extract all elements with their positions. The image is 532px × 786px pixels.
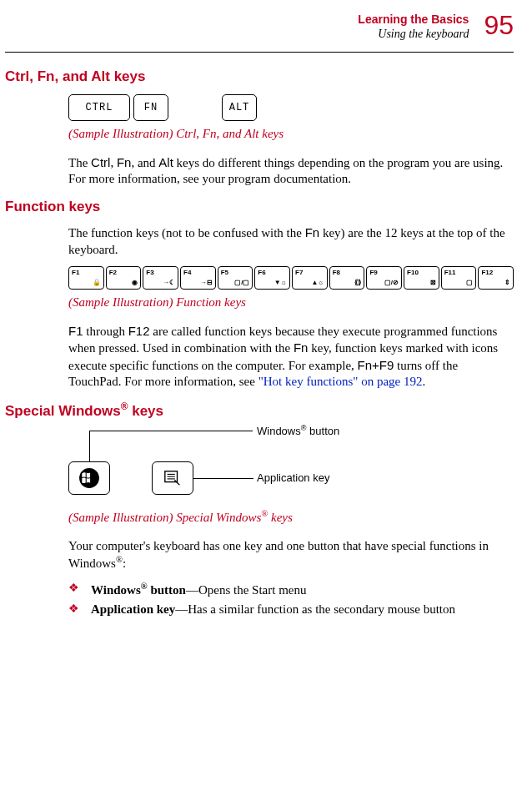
callout-line xyxy=(193,478,253,479)
key-f4: F4→⊟ xyxy=(180,266,216,290)
wireless-icon: ⟪⟫ xyxy=(354,279,361,287)
key-f12: F12⇕ xyxy=(478,266,514,290)
bullet-icon: ❖ xyxy=(68,602,79,618)
page-header: Learning the Basics Using the keyboard 9… xyxy=(5,12,514,42)
para-windows-intro: Your computer's keyboard has one key and… xyxy=(68,538,514,572)
header-divider xyxy=(5,52,514,53)
power-icon: ◉ xyxy=(132,279,138,287)
key-f5: F5▢/▢ xyxy=(218,266,253,290)
key-f3: F3→☾ xyxy=(143,266,178,290)
para-function-intro: The function keys (not to be confused wi… xyxy=(68,224,514,258)
brightness-up-icon: ▲☼ xyxy=(311,279,324,287)
list-item: ❖ Windows® button—Opens the Start menu xyxy=(68,581,514,599)
header-text: Learning the Basics Using the keyboard xyxy=(358,12,469,42)
brightness-down-icon: ▼☼ xyxy=(274,279,287,287)
section-subtitle: Using the keyboard xyxy=(358,27,469,42)
sleep-icon: →☾ xyxy=(163,279,175,287)
scroll-icon: ⇕ xyxy=(504,279,510,287)
para-function-desc: F1 through F12 are called function keys … xyxy=(68,323,514,390)
callout-windows-button: Windows® button xyxy=(257,424,339,439)
heading-function-keys: Function keys xyxy=(5,198,514,216)
key-f11: F11▢ xyxy=(441,266,477,290)
chapter-title: Learning the Basics xyxy=(358,12,469,27)
key-f9: F9▢/⊘ xyxy=(366,266,402,290)
callout-application-key: Application key xyxy=(257,471,329,486)
windows-logo-icon xyxy=(78,467,100,489)
numlock-icon: ▢ xyxy=(466,279,473,287)
ctrl-fn-alt-illustration: CTRL FN ALT xyxy=(68,94,514,121)
para-ctrl-fn-alt: The Ctrl, Fn, and Alt keys do different … xyxy=(68,154,514,188)
display-icon: ▢/▢ xyxy=(234,279,249,287)
key-application xyxy=(152,461,193,495)
heading-special-windows: Special Windows® keys xyxy=(5,401,514,421)
key-windows xyxy=(68,461,110,495)
key-ctrl: CTRL xyxy=(68,94,130,121)
hotkey-link[interactable]: "Hot key functions" on page 192 xyxy=(258,375,423,388)
key-f10: F10⊠ xyxy=(404,266,439,290)
bullet-icon: ❖ xyxy=(68,581,79,599)
callout-line xyxy=(89,431,90,461)
caption-windows-keys: (Sample Illustration) Special Windows® k… xyxy=(68,508,514,527)
cursor-icon: ⊠ xyxy=(430,279,436,287)
key-f7: F7▲☼ xyxy=(292,266,328,290)
key-alt: ALT xyxy=(222,94,257,121)
function-keys-illustration: F1🔒 F2◉ F3→☾ F4→⊟ F5▢/▢ F6▼☼ F7▲☼ F8⟪⟫ F… xyxy=(68,266,514,290)
caption-function-keys: (Sample Illustration) Function keys xyxy=(68,295,514,311)
key-fn: FN xyxy=(133,94,168,121)
list-item: ❖ Application key—Has a similar function… xyxy=(68,602,514,618)
touchpad-icon: ▢/⊘ xyxy=(384,279,399,287)
caption-ctrl-fn-alt: (Sample Illustration) Ctrl, Fn, and Alt … xyxy=(68,126,514,143)
key-f1: F1🔒 xyxy=(68,266,104,290)
hibernate-icon: →⊟ xyxy=(200,279,213,287)
heading-ctrl-fn-alt: Ctrl, Fn, and Alt keys xyxy=(5,68,514,86)
page-number: 95 xyxy=(484,12,514,38)
key-f8: F8⟪⟫ xyxy=(329,266,365,290)
application-menu-icon xyxy=(163,469,182,487)
windows-keys-list: ❖ Windows® button—Opens the Start menu ❖… xyxy=(68,581,514,618)
callout-line xyxy=(89,431,253,431)
key-f2: F2◉ xyxy=(106,266,142,290)
windows-keys-illustration: Windows® button Application key xyxy=(68,428,514,503)
lock-icon: 🔒 xyxy=(93,279,101,287)
key-f6: F6▼☼ xyxy=(254,266,290,290)
